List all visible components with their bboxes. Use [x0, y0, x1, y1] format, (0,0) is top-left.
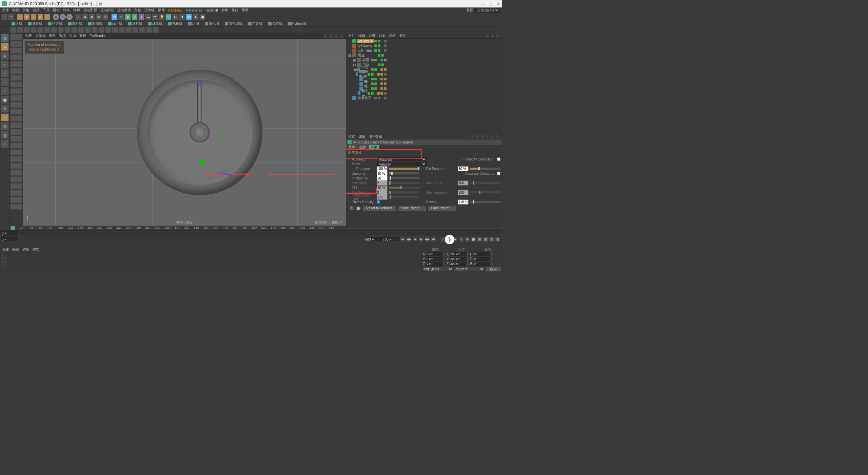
checkdensity-checkbox[interactable] [377, 200, 380, 204]
lp-btn[interactable] [10, 129, 22, 135]
texture-mode-button[interactable]: ◉ [1, 43, 9, 51]
am-menu-edit[interactable]: 编辑 [358, 134, 365, 139]
polys-mode-button[interactable]: ▱ [1, 78, 9, 86]
or-button[interactable]: OR [186, 14, 192, 20]
attr-tab-object[interactable]: 对象 [369, 145, 380, 150]
menu-help[interactable]: 帮助 [242, 8, 249, 13]
coord-rot-input[interactable] [474, 252, 490, 256]
field-area[interactable]: 区域 [16, 21, 22, 26]
r3-btn12[interactable] [85, 27, 91, 33]
tool-b-button[interactable]: ◑ [179, 14, 185, 20]
psr-button[interactable]: PSR [165, 14, 172, 20]
r3-btn7[interactable] [51, 27, 57, 33]
vp-menu-filter[interactable]: 过滤 [69, 34, 76, 38]
prev-key-button[interactable]: ◀◀ [406, 236, 412, 242]
om-opt-icon[interactable] [496, 34, 500, 38]
field-group[interactable]: 组域 [192, 21, 199, 26]
r3-btn4[interactable] [31, 27, 37, 33]
tree-row[interactable]: 扣子 [346, 91, 502, 96]
velcorr-checkbox[interactable] [497, 157, 500, 161]
lp-btn[interactable] [10, 41, 22, 47]
points-mode-button[interactable]: • [1, 60, 9, 69]
lp-btn[interactable] [10, 149, 22, 155]
key-pla-button[interactable]: ▣ [477, 236, 482, 242]
mm-tab-texture[interactable]: 纹理 [33, 247, 39, 271]
lp-btn[interactable] [10, 102, 22, 108]
r3-btn2[interactable] [17, 27, 23, 33]
field-sphere[interactable]: 球体域 [152, 21, 162, 26]
r3-btn19[interactable] [132, 27, 138, 33]
am-nav-up[interactable] [480, 135, 485, 139]
field-ring[interactable]: 环形域 [132, 21, 142, 26]
r3-btn22[interactable] [153, 27, 159, 33]
vp-menu-panel[interactable]: 面板 [79, 34, 86, 38]
lp-btn[interactable] [10, 75, 22, 81]
coord-rot-input[interactable] [474, 257, 490, 261]
goto-start-button[interactable]: ⏮ [400, 236, 406, 242]
key-all-button[interactable]: ▦ [483, 236, 488, 242]
om-menu-tags[interactable]: 标签 [389, 34, 396, 38]
menu-create[interactable]: 创建 [22, 8, 29, 13]
tool-a-button[interactable]: ◐ [172, 14, 178, 20]
coord-pos-input[interactable] [426, 262, 442, 266]
field-limit[interactable]: 限制域 [92, 21, 102, 26]
lp-btn[interactable] [10, 142, 22, 149]
lp-btn[interactable] [10, 34, 22, 40]
lp-btn[interactable] [10, 61, 22, 67]
attr-tab-basic[interactable]: 基本 [346, 145, 357, 150]
lp-btn[interactable] [10, 190, 22, 196]
close-button[interactable]: ✕ [497, 2, 500, 6]
menu-file[interactable]: 文件 [2, 8, 9, 13]
reset-defaults-button[interactable]: Reset to Defaults [362, 206, 396, 211]
r3-btn10[interactable] [71, 27, 77, 33]
render-pv-button[interactable]: ▤ [96, 14, 102, 20]
menu-volume[interactable]: 体积 [73, 8, 80, 13]
om-filter-icon[interactable] [491, 34, 495, 38]
undo-button[interactable]: ↶ [1, 14, 7, 20]
workplane-button[interactable]: ◈ [1, 52, 9, 60]
r3-btn13[interactable] [92, 27, 98, 33]
field-shader[interactable]: 着色器域 [229, 21, 242, 26]
am-menu-mode[interactable]: 模式 [348, 134, 355, 139]
lp-btn[interactable] [10, 163, 22, 169]
object-manager-tree[interactable]: xpFluidFXxpGravityxpEmitter⊟喷台⊞容器⊟空白⊞中间喷… [346, 39, 502, 134]
r3-btn16[interactable] [112, 27, 118, 33]
model-mode-button[interactable]: ▦ [1, 34, 9, 42]
vp-menu-camera[interactable]: 摄像机 [35, 34, 45, 38]
coord-apply-button[interactable]: 应用 [486, 267, 501, 271]
lp-btn[interactable] [10, 183, 22, 189]
menu-character[interactable]: 角色 [134, 8, 141, 13]
edges-mode-button[interactable]: ╱ [1, 69, 9, 77]
add-cube-button[interactable]: ◻ [111, 14, 117, 20]
recent-tool-button[interactable]: + [44, 14, 50, 20]
intpressure-input[interactable] [377, 166, 388, 171]
om-menu-objects[interactable]: 对象 [379, 34, 386, 38]
vp-nav-1[interactable] [323, 34, 328, 38]
menu-plugins[interactable]: 插件 [158, 8, 165, 13]
live-select-button[interactable]: ◌ [17, 14, 23, 20]
quantize-button[interactable]: ⌗ [1, 140, 9, 148]
om-menu-file[interactable]: 文件 [348, 34, 355, 38]
r3-btn8[interactable] [58, 27, 64, 33]
x-axis-toggle[interactable]: X [53, 14, 59, 20]
help-button[interactable]: ? [349, 206, 354, 211]
mode-dropdown[interactable]: Velocity [377, 162, 427, 166]
menu-mograph[interactable]: 运动图形 [83, 8, 97, 13]
next-key-button[interactable]: ▶▶ [425, 236, 430, 242]
damping-slider[interactable] [389, 172, 419, 174]
extpressure-input[interactable] [458, 166, 469, 171]
add-nurbs-button[interactable]: ◉ [125, 14, 131, 20]
play-back-button[interactable]: ◀ [412, 236, 418, 242]
tree-row[interactable]: 长杆 [346, 86, 502, 91]
menu-window[interactable]: 窗口 [232, 8, 238, 13]
density-slider[interactable] [470, 201, 500, 203]
field-python[interactable]: Python域 [292, 21, 306, 26]
density-input[interactable] [458, 200, 469, 205]
add-light-button[interactable]: 💡 [159, 14, 165, 20]
menu-tools[interactable]: 工具 [43, 8, 50, 13]
accuracy-dropdown[interactable]: Accurate [377, 157, 427, 161]
r3-btn1[interactable] [10, 27, 16, 33]
am-menu-userdata[interactable]: 用户数据 [369, 134, 382, 139]
mm-tab-edit[interactable]: 编辑 [12, 247, 19, 271]
move-button[interactable]: ✥ [24, 14, 30, 20]
